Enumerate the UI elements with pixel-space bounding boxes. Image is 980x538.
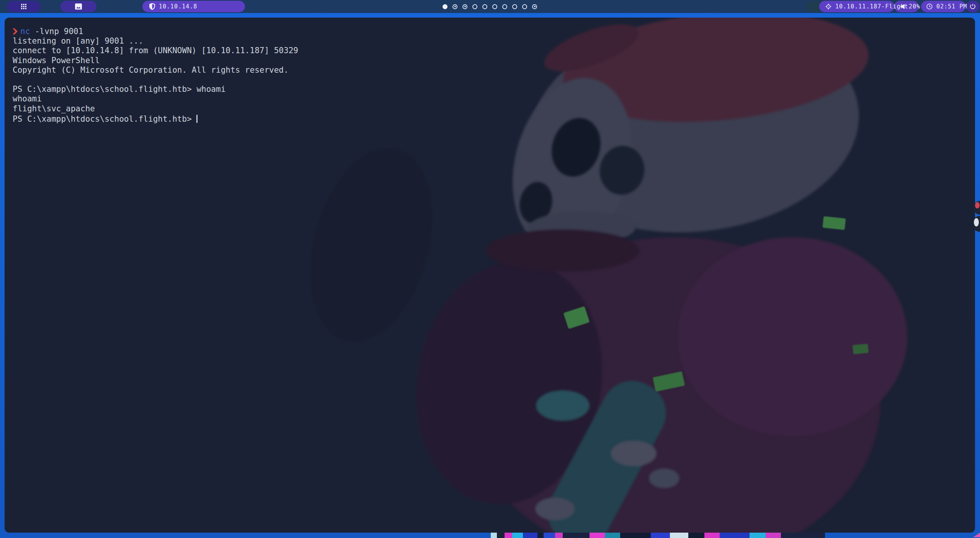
wallpaper-bottom-strip <box>491 533 825 538</box>
wallpaper-green-patch <box>564 306 590 329</box>
workspace-dot-empty[interactable] <box>492 4 497 9</box>
terminal-line <box>13 75 298 85</box>
top-status-bar: 10.10.14.8 10.10.11.187-Flight 20% <box>0 0 980 13</box>
volume-indicator[interactable]: 20% <box>900 0 920 13</box>
vpn-ip-indicator[interactable]: 10.10.14.8 <box>149 0 197 13</box>
clock-icon <box>926 3 933 10</box>
power-icon <box>970 3 976 10</box>
terminal-line: Windows PowerShell <box>13 56 298 65</box>
apps-menu-button[interactable] <box>21 0 27 13</box>
window-icon <box>75 3 82 10</box>
terminal-line: PS C:\xampp\htdocs\school.flight.htb> <box>13 114 298 124</box>
vpn-ip-label: 10.10.14.8 <box>159 3 197 10</box>
wallpaper-green-patch <box>853 344 869 354</box>
speaker-icon <box>900 4 905 9</box>
grid-icon <box>21 3 27 10</box>
clock-indicator[interactable]: 02:51 PM <box>926 0 967 13</box>
workspace-dot-empty[interactable] <box>482 4 487 9</box>
crosshair-icon <box>825 3 831 10</box>
target-ip-label: 10.10.11.187-Flight <box>835 3 908 10</box>
workspace-dot-active[interactable] <box>443 4 448 9</box>
wallpaper-green-patch <box>653 371 685 391</box>
workspace-switcher[interactable] <box>443 0 537 13</box>
power-button[interactable] <box>970 0 976 13</box>
terminal-line: listening on [any] 9001 ... <box>13 36 298 46</box>
terminal-cursor <box>196 115 198 123</box>
workspace-dot-empty[interactable] <box>522 4 527 9</box>
terminal-line: connect to [10.10.14.8] from (UNKNOWN) [… <box>13 46 298 55</box>
workspace-dot-empty[interactable] <box>472 4 477 9</box>
terminal-output: nc -lvnp 9001listening on [any] 9001 ...… <box>13 27 298 124</box>
wallpaper-green-patch <box>823 216 846 230</box>
workspace-dot-empty[interactable] <box>512 4 517 9</box>
workspace-dot-occupied[interactable] <box>452 4 457 9</box>
terminal-line: PS C:\xampp\htdocs\school.flight.htb> wh… <box>13 85 298 94</box>
workspace-dot-occupied[interactable] <box>532 4 537 9</box>
wallpaper-corner-fragment <box>973 533 980 537</box>
target-ip-indicator[interactable]: 10.10.11.187-Flight <box>825 0 908 13</box>
shield-icon <box>149 3 155 10</box>
terminal-line: nc -lvnp 9001 <box>13 27 298 36</box>
desktop: 10.10.14.8 10.10.11.187-Flight 20% <box>0 0 980 538</box>
terminal-line: Copyright (C) Microsoft Corporation. All… <box>13 65 298 75</box>
terminal-line: whoami <box>13 94 298 104</box>
workspace-dot-empty[interactable] <box>502 4 507 9</box>
volume-label: 20% <box>909 3 920 10</box>
prompt-chevron-icon <box>13 28 18 34</box>
terminal-window[interactable]: nc -lvnp 9001listening on [any] 9001 ...… <box>5 18 975 533</box>
clock-label: 02:51 PM <box>936 3 967 10</box>
launcher-button[interactable] <box>75 0 82 13</box>
terminal-line: flight\svc_apache <box>13 104 298 114</box>
workspace-dot-occupied[interactable] <box>462 4 467 9</box>
